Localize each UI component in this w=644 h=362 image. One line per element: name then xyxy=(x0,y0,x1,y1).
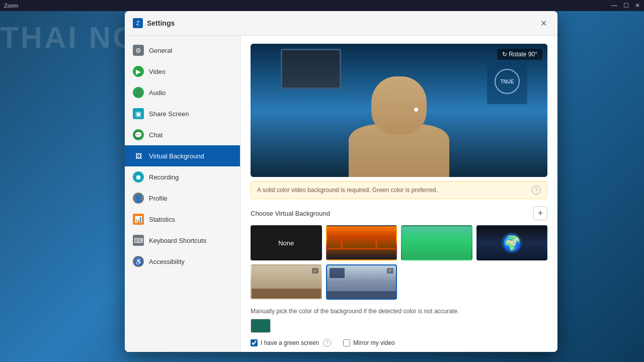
mirror-video-checkbox-item: Mirror my video xyxy=(343,339,395,346)
warning-help-icon[interactable]: ? xyxy=(532,186,541,195)
bg-circle-logo: TNUE xyxy=(495,69,520,94)
sidebar-item-general[interactable]: ⚙ General xyxy=(125,40,240,61)
thumbnail-none[interactable]: None xyxy=(251,225,322,260)
sidebar-item-statistics[interactable]: 📊 Statistics xyxy=(125,209,240,230)
video-preview: TNUE ↻ Rotate 90° xyxy=(251,44,547,177)
sidebar-label-keyboard-shortcuts: Keyboard Shortcuts xyxy=(149,237,206,244)
green-screen-checkbox-item: I have a green screen ? xyxy=(251,339,331,347)
person-body xyxy=(339,76,459,177)
modal-header-icon: Z xyxy=(133,18,143,28)
sidebar-item-audio[interactable]: 🎵 Audio xyxy=(125,82,240,103)
warning-bar: A solid color video background is requir… xyxy=(251,181,547,199)
modal-header: Z Settings ✕ xyxy=(125,11,557,36)
modal-title: Settings xyxy=(147,19,537,27)
bg-monitor-left xyxy=(281,49,341,89)
sidebar-label-audio: Audio xyxy=(149,89,166,97)
bg-logo-area: TNUE xyxy=(487,59,527,104)
color-swatch[interactable] xyxy=(251,319,271,333)
mirror-video-checkbox[interactable] xyxy=(343,339,350,346)
virtual-background-content: TNUE ↻ Rotate 90° A solid color video ba… xyxy=(240,36,557,352)
modal-close-button[interactable]: ✕ xyxy=(537,17,549,29)
add-background-button[interactable]: + xyxy=(533,206,547,220)
thumbnail-earth[interactable] xyxy=(476,225,548,260)
maximize-button[interactable]: ☐ xyxy=(623,2,629,9)
sidebar-label-share-screen: Share Screen xyxy=(149,110,189,118)
color-swatch-row xyxy=(251,319,547,333)
sidebar-item-share-screen[interactable]: ▣ Share Screen xyxy=(125,103,240,124)
rotate-button[interactable]: ↻ Rotate 90° xyxy=(497,49,542,60)
titlebar-close-button[interactable]: ✕ xyxy=(635,2,640,9)
thumbnail-bridge[interactable] xyxy=(326,225,397,260)
accessibility-icon: ♿ xyxy=(133,256,144,267)
color-picker-section: Manually pick the color of the backgroun… xyxy=(251,308,547,333)
titlebar-app-name: Zoom xyxy=(4,3,18,9)
audio-icon: 🎵 xyxy=(133,87,144,98)
titlebar-controls: — ☐ ✕ xyxy=(611,2,640,9)
sidebar-label-video: Video xyxy=(149,68,166,75)
sidebar-label-general: General xyxy=(149,47,172,54)
chat-icon: 💬 xyxy=(133,129,144,140)
thumbnail-grass[interactable] xyxy=(401,225,472,260)
thumbnail-room2[interactable]: ✓ xyxy=(326,264,397,300)
general-icon: ⚙ xyxy=(133,45,144,56)
sidebar-item-chat[interactable]: 💬 Chat xyxy=(125,124,240,145)
sidebar-item-profile[interactable]: 👤 Profile xyxy=(125,188,240,209)
sidebar-item-keyboard-shortcuts[interactable]: ⌨ Keyboard Shortcuts xyxy=(125,230,240,251)
sidebar-item-virtual-background[interactable]: 🖼 Virtual Background xyxy=(125,145,240,166)
sidebar-item-accessibility[interactable]: ♿ Accessibility xyxy=(125,251,240,272)
thumbnail-grid: None ✓ xyxy=(251,225,547,300)
sidebar: ⚙ General ▶ Video 🎵 Audio ▣ Share Screen… xyxy=(125,36,240,352)
thumbnail-none-label: None xyxy=(278,239,294,247)
mirror-video-label: Mirror my video xyxy=(353,339,395,346)
choose-vbg-header: Choose Virtual Background + xyxy=(251,206,547,220)
green-screen-checkbox[interactable] xyxy=(251,339,258,346)
modal-body: ⚙ General ▶ Video 🎵 Audio ▣ Share Screen… xyxy=(125,36,557,352)
checkbox-row: I have a green screen ? Mirror my video xyxy=(251,339,547,347)
statistics-icon: 📊 xyxy=(133,214,144,225)
sidebar-item-recording[interactable]: ⏺ Recording xyxy=(125,166,240,188)
sidebar-label-statistics: Statistics xyxy=(149,216,175,223)
mouse-cursor xyxy=(414,108,418,112)
keyboard-shortcuts-icon: ⌨ xyxy=(133,235,144,246)
video-icon: ▶ xyxy=(133,66,144,77)
sidebar-label-profile: Profile xyxy=(149,195,168,202)
color-hint-text: Manually pick the color of the backgroun… xyxy=(251,308,547,315)
recording-icon: ⏺ xyxy=(133,171,144,183)
sidebar-label-chat: Chat xyxy=(149,131,163,139)
sidebar-label-recording: Recording xyxy=(149,173,179,181)
profile-icon: 👤 xyxy=(133,193,144,204)
virtual-background-icon: 🖼 xyxy=(133,150,144,161)
warning-text: A solid color video background is requir… xyxy=(257,187,438,194)
title-bar: Zoom — ☐ ✕ xyxy=(0,0,644,11)
sidebar-item-video[interactable]: ▶ Video xyxy=(125,61,240,82)
thumbnail-room1[interactable]: ✓ xyxy=(251,264,322,300)
section-title: Choose Virtual Background xyxy=(251,210,330,217)
green-screen-label: I have a green screen xyxy=(261,339,319,346)
share-screen-icon: ▣ xyxy=(133,108,144,119)
sidebar-label-accessibility: Accessibility xyxy=(149,258,185,265)
person-head xyxy=(371,76,427,134)
settings-modal: Z Settings ✕ ⚙ General ▶ Video 🎵 Audio ▣… xyxy=(125,11,557,352)
minimize-button[interactable]: — xyxy=(611,2,617,9)
sidebar-label-virtual-background: Virtual Background xyxy=(149,152,204,160)
green-screen-help-icon[interactable]: ? xyxy=(323,339,331,347)
